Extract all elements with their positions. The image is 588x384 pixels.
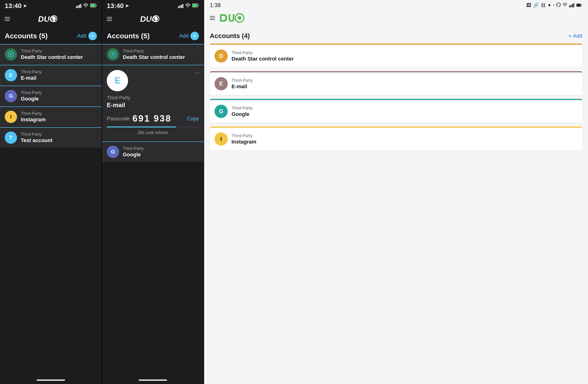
app-bar-1: DUO [0, 12, 102, 26]
connect-icon: ✦ [547, 2, 551, 8]
svg-rect-25 [556, 5, 557, 6]
android-app-bar [204, 10, 588, 25]
list-item[interactable]: G Third-Party Google [210, 99, 582, 123]
android-add-button[interactable]: + Add [568, 33, 582, 39]
add-circle-icon-1: + [88, 32, 97, 40]
svg-point-0 [85, 7, 86, 7]
status-bar-1: 13:40 ➤ [0, 0, 102, 12]
avatar: G [5, 90, 17, 102]
list-item[interactable]: G Third-Party Google [0, 86, 102, 106]
location-icon-2: ➤ [125, 3, 129, 8]
account-info: Third-Party Death Star control center [123, 49, 185, 60]
more-options-button[interactable]: ··· [195, 69, 200, 76]
account-list-2: Third-Party Death Star control center ··… [102, 44, 204, 376]
location-icon: ➤ [23, 3, 27, 8]
wifi-icon [83, 3, 88, 9]
accounts-header-1: Accounts (5) Add + [0, 26, 102, 44]
passcode-row: Passcode 691 938 Copy [107, 113, 199, 124]
menu-button-1[interactable] [5, 17, 10, 21]
add-label-1: Add [77, 33, 86, 39]
svg-point-6 [52, 17, 56, 20]
status-time-2: 13:40 ➤ [107, 2, 129, 10]
menu-button-2[interactable] [107, 17, 112, 21]
battery-icon-android [576, 3, 582, 7]
expanded-avatar-wrap: E [107, 70, 199, 91]
wifi-icon-android [563, 3, 567, 8]
android-status-bar: 1:38 🖼 🔗 ⛓ ✦ • [204, 0, 588, 10]
ios-panel-2: 13:40 ➤ [102, 0, 204, 384]
svg-rect-24 [560, 4, 561, 5]
account-info: Third-Party Instagram [21, 111, 46, 123]
battery-icon [90, 3, 97, 8]
dot-icon: • [553, 3, 554, 7]
accounts-title-1: Accounts (5) [5, 32, 48, 40]
avatar: I [214, 133, 228, 146]
app-bar-2: DUO [102, 12, 204, 26]
list-item[interactable]: E Third-Party E-mail [0, 65, 102, 85]
svg-point-17 [154, 17, 158, 20]
account-info: Third-Party Death Star control center [21, 49, 83, 60]
android-time: 1:38 [210, 2, 221, 8]
android-account-list: D Third-Party Death Star control center … [204, 44, 588, 384]
account-info: Third-Party Death Star control center [231, 50, 294, 62]
vibrate-icon [556, 2, 561, 8]
android-panel: 1:38 🖼 🔗 ⛓ ✦ • [204, 0, 588, 384]
accounts-header-2: Accounts (5) Add + [102, 26, 204, 44]
refresh-label: 28s until refresh [107, 130, 199, 135]
add-button-1[interactable]: Add + [77, 32, 97, 40]
account-info: Third-Party Google [123, 146, 144, 158]
list-item[interactable]: I Third-Party Instagram [0, 106, 102, 127]
list-item[interactable]: I Third-Party Instagram [210, 127, 582, 150]
passcode-value: 691 938 [132, 113, 171, 124]
list-item[interactable]: Third-Party Death Star control center [102, 44, 204, 64]
accounts-title-2: Accounts (5) [107, 32, 150, 40]
avatar [107, 48, 119, 61]
list-item[interactable]: T Third-Party Test account [0, 127, 102, 148]
battery-icon-2 [192, 3, 199, 8]
add-label-2: Add [179, 33, 189, 39]
status-time-1: 13:40 ➤ [5, 2, 27, 10]
list-item[interactable]: Third-Party Death Star control center [0, 44, 102, 64]
home-bar [37, 380, 65, 381]
avatar: T [5, 132, 17, 144]
svg-point-31 [238, 16, 241, 20]
avatar-expanded: E [107, 70, 128, 91]
android-accounts-title: Accounts (4) [210, 32, 250, 40]
link-icon: 🔗 [533, 2, 539, 8]
copy-button[interactable]: Copy [187, 116, 199, 122]
list-item[interactable]: G Third-Party Google [102, 141, 204, 162]
avatar [5, 48, 17, 61]
link-off-icon: ⛓ [541, 3, 546, 8]
wifi-icon-2 [185, 3, 190, 9]
account-info: Third-Party E-mail [231, 78, 252, 90]
svg-point-10 [10, 54, 11, 55]
home-indicator-1 [0, 376, 102, 384]
svg-point-27 [565, 6, 565, 7]
passcode-label: Passcode [107, 116, 130, 122]
signal-icon [76, 4, 81, 8]
android-menu-button[interactable] [210, 16, 215, 20]
status-icons-1 [76, 3, 97, 9]
avatar: E [214, 77, 228, 90]
android-add-label: Add [573, 33, 582, 39]
avatar: G [214, 105, 228, 118]
account-info: Third-Party Google [231, 106, 252, 117]
expanded-account-name: E-mail [107, 101, 199, 109]
avatar: E [5, 69, 17, 81]
ios-panel-1: 13:40 ➤ [0, 0, 102, 384]
photo-icon: 🖼 [526, 3, 531, 8]
list-item[interactable]: D Third-Party Death Star control center [210, 44, 582, 68]
android-status-icons: 🖼 🔗 ⛓ ✦ • [526, 2, 582, 8]
svg-point-21 [112, 54, 113, 55]
progress-bar [107, 127, 199, 127]
svg-rect-29 [577, 4, 581, 7]
list-item[interactable]: E Third-Party E-mail [210, 71, 582, 95]
signal-icon-android [569, 3, 574, 7]
list-item-expanded[interactable]: ··· E Third-Party E-mail Passcode 691 93… [102, 65, 204, 141]
account-info: Third-Party E-mail [21, 69, 42, 81]
signal-icon-2 [178, 4, 183, 8]
time-label: 13:40 [5, 2, 22, 10]
home-bar-2 [139, 380, 167, 381]
add-button-2[interactable]: Add + [179, 32, 199, 40]
account-info: Third-Party Test account [21, 132, 52, 143]
